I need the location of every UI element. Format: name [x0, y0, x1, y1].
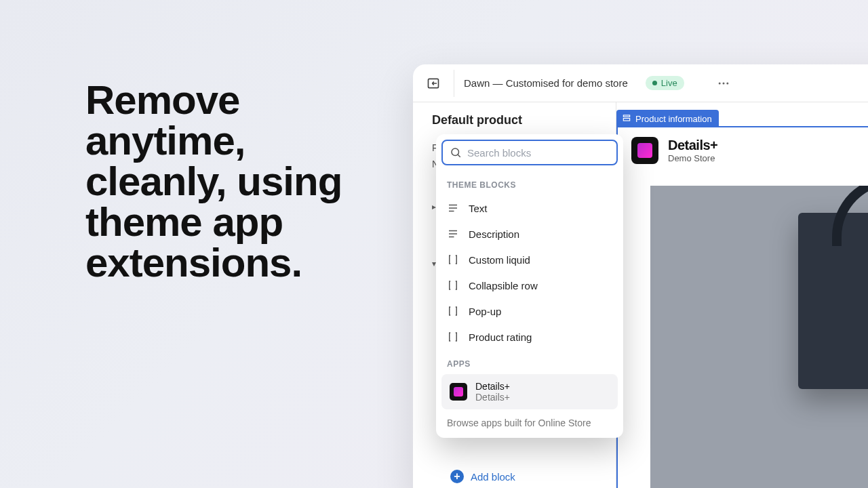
text-lines-icon: [447, 202, 459, 214]
preview-pane: Product information Details+ Demo Store …: [616, 102, 868, 488]
block-option-collapsible-row[interactable]: Collapsible row: [436, 272, 623, 298]
dropdown-heading-apps: APPS: [436, 350, 623, 374]
detailsplus-logo-icon: [450, 383, 467, 401]
block-option-description[interactable]: Description: [436, 221, 623, 247]
add-block-button[interactable]: + Add block: [450, 462, 515, 483]
ellipsis-icon: [717, 77, 730, 90]
live-badge: Live: [646, 76, 684, 90]
add-block-label: Add block: [471, 471, 515, 483]
exit-icon: [427, 77, 440, 90]
search-blocks-input[interactable]: [467, 147, 610, 159]
exit-button[interactable]: [422, 73, 444, 94]
store-header: Details+ Demo Store Home Catal: [618, 127, 868, 174]
brackets-icon: [447, 253, 459, 266]
block-option-label: Description: [469, 228, 519, 240]
svg-point-3: [726, 82, 728, 84]
editor-topbar: Dawn — Customised for demo store Live De…: [413, 64, 868, 102]
plus-icon: +: [450, 470, 464, 483]
brand-name: Details+: [668, 138, 717, 153]
bag-graphic: Storeprop: [798, 213, 868, 389]
theme-title: Dawn — Customised for demo store: [464, 77, 628, 89]
product-image: Storeprop: [650, 186, 868, 488]
block-option-text[interactable]: Text: [436, 195, 623, 221]
theme-editor-window: Dawn — Customised for demo store Live De…: [413, 64, 868, 488]
block-option-label: Product rating: [469, 331, 532, 343]
brackets-icon: [447, 331, 459, 343]
block-option-product-rating[interactable]: Product rating: [436, 324, 623, 350]
more-actions-button[interactable]: [713, 73, 734, 94]
block-option-label: Custom liquid: [469, 254, 530, 266]
app-subtitle: Details+: [475, 392, 510, 403]
search-blocks-input-wrap: [441, 140, 618, 165]
section-chip[interactable]: Product information: [616, 110, 719, 128]
app-option-detailsplus[interactable]: Details+ Details+: [441, 374, 618, 409]
brand-logo-icon: [631, 137, 658, 164]
brackets-icon: [447, 305, 459, 317]
svg-point-2: [722, 82, 724, 84]
add-block-dropdown: THEME BLOCKS Text Description: [436, 134, 623, 438]
block-option-label: Collapsible row: [469, 280, 538, 291]
brackets-icon: [447, 279, 459, 291]
section-chip-label: Product information: [635, 114, 712, 124]
app-name: Details+: [475, 381, 510, 392]
marketing-headline: Remove anytime, cleanly, using theme app…: [85, 80, 370, 283]
section-icon: [622, 113, 631, 125]
dropdown-heading-theme-blocks: THEME BLOCKS: [436, 171, 623, 195]
svg-rect-6: [623, 119, 629, 121]
editor-sidebar: Default product F N ⋮ ≡ ◆: [413, 102, 616, 488]
section-title: Default product: [432, 113, 604, 127]
block-option-label: Text: [469, 203, 488, 214]
search-icon: [450, 146, 462, 159]
text-lines-icon: [447, 228, 459, 240]
divider: [454, 70, 454, 97]
live-label: Live: [661, 78, 677, 88]
svg-rect-5: [623, 115, 629, 117]
browse-apps-link[interactable]: Browse apps built for Online Store: [436, 409, 623, 432]
block-option-label: Pop-up: [469, 306, 501, 317]
block-option-popup[interactable]: Pop-up: [436, 298, 623, 324]
svg-point-4: [452, 148, 459, 156]
live-dot-icon: [652, 81, 657, 85]
brand-subtitle: Demo Store: [668, 153, 717, 163]
svg-point-1: [718, 82, 720, 84]
block-option-custom-liquid[interactable]: Custom liquid: [436, 247, 623, 272]
storefront-preview: Details+ Demo Store Home Catal Storeprop: [616, 126, 868, 488]
